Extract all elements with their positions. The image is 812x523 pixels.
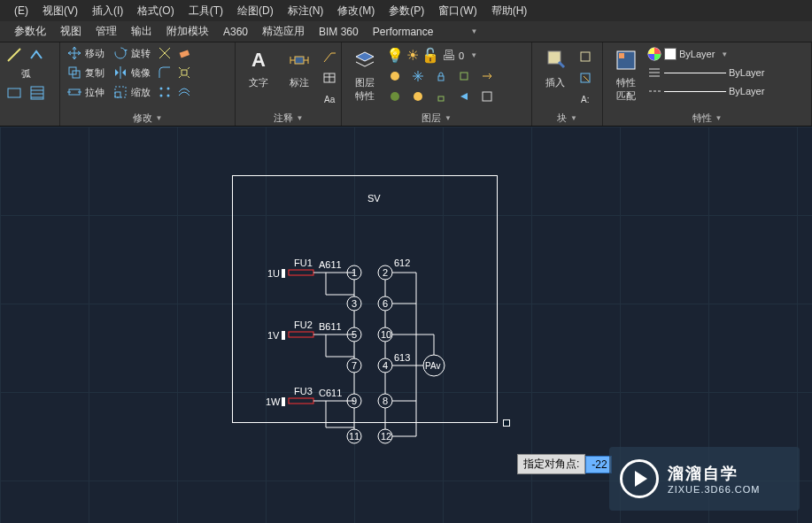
- menu-item[interactable]: 标注(N): [281, 4, 331, 19]
- tab[interactable]: 附加模块: [159, 24, 216, 39]
- polyline-icon[interactable]: [27, 44, 48, 65]
- play-icon: [620, 459, 659, 498]
- prompt-input[interactable]: -22: [585, 456, 612, 473]
- offset-icon[interactable]: [175, 83, 193, 101]
- text-button[interactable]: A 文字: [239, 44, 278, 91]
- properties-button[interactable]: 特性匹配: [607, 44, 646, 104]
- trim-icon[interactable]: [156, 44, 174, 62]
- chevron-down-icon[interactable]: ▼: [445, 114, 452, 122]
- layer-match-icon[interactable]: [478, 67, 496, 85]
- layer-unlock-icon[interactable]: [432, 88, 450, 105]
- panel-title: 图层: [421, 112, 441, 125]
- svg-rect-4: [180, 50, 189, 58]
- svg-text:FU2: FU2: [294, 319, 313, 330]
- explode-icon[interactable]: [175, 64, 193, 81]
- dimension-button[interactable]: 标注: [280, 44, 319, 91]
- tab[interactable]: Performance: [366, 26, 441, 38]
- linetype-dropdown[interactable]: ByLayer: [647, 83, 764, 99]
- mtext-icon[interactable]: Aa: [321, 90, 338, 108]
- move-button[interactable]: 移动: [64, 46, 108, 60]
- lineweight-dropdown[interactable]: ByLayer: [647, 65, 764, 81]
- menu-item[interactable]: 绘图(D): [230, 4, 281, 19]
- svg-text:B611: B611: [319, 321, 342, 332]
- chevron-down-icon[interactable]: ▼: [463, 27, 484, 35]
- chevron-down-icon[interactable]: ▼: [156, 114, 163, 122]
- command-prompt: 指定对角点: -22: [517, 454, 612, 474]
- chevron-down-icon[interactable]: ▼: [297, 114, 304, 122]
- svg-rect-24: [483, 92, 491, 101]
- layer-thaw-icon[interactable]: [409, 88, 427, 105]
- color-swatch: [664, 48, 677, 60]
- svg-text:2: 2: [383, 267, 388, 278]
- layer-lock-icon[interactable]: [432, 67, 450, 85]
- tab[interactable]: 精选应用: [255, 24, 312, 39]
- layer-on-icon[interactable]: [386, 88, 404, 105]
- svg-text:612: 612: [394, 258, 410, 268]
- insert-block-button[interactable]: 插入: [536, 44, 575, 91]
- svg-rect-7: [182, 70, 187, 75]
- svg-rect-41: [289, 332, 313, 337]
- svg-text:11: 11: [349, 431, 360, 442]
- tab[interactable]: 管理: [89, 24, 124, 39]
- layer-freeze-icon[interactable]: [409, 67, 427, 85]
- svg-point-14: [167, 95, 170, 97]
- menu-item[interactable]: 工具(T): [182, 4, 230, 19]
- leader-icon[interactable]: [321, 48, 338, 65]
- svg-rect-35: [289, 270, 313, 275]
- plot-icon: 🖶: [442, 48, 456, 64]
- mirror-button[interactable]: 镜像: [110, 65, 154, 80]
- svg-point-11: [160, 88, 163, 90]
- arc-label[interactable]: 弧: [18, 67, 35, 81]
- line-icon[interactable]: [4, 44, 25, 65]
- menu-item[interactable]: 帮助(H): [484, 4, 535, 19]
- menu-item[interactable]: 窗口(W): [431, 4, 483, 19]
- tab[interactable]: 输出: [124, 24, 159, 39]
- watermark-url: ZIXUE.3D66.COM: [668, 484, 760, 495]
- layer-state-icon[interactable]: [478, 88, 496, 105]
- menu-item[interactable]: 修改(M): [330, 4, 382, 19]
- svg-text:7: 7: [352, 360, 357, 371]
- menu-item[interactable]: (E): [7, 4, 35, 17]
- svg-rect-20: [460, 73, 468, 80]
- edit-block-icon[interactable]: [576, 69, 594, 87]
- svg-text:613: 613: [394, 352, 410, 363]
- erase-icon[interactable]: [175, 44, 193, 62]
- chevron-down-icon[interactable]: ▼: [570, 114, 577, 122]
- fillet-icon[interactable]: [156, 64, 174, 81]
- svg-point-13: [160, 95, 163, 97]
- menu-item[interactable]: 插入(I): [85, 4, 130, 19]
- svg-rect-26: [581, 52, 590, 61]
- panel-block: 插入 A: 块▼: [532, 42, 603, 126]
- attr-icon[interactable]: A:: [576, 90, 594, 108]
- create-block-icon[interactable]: [576, 48, 594, 65]
- tab[interactable]: A360: [216, 26, 255, 38]
- menu-item[interactable]: 视图(V): [35, 4, 85, 19]
- table-icon[interactable]: [321, 69, 338, 87]
- panel-title: 块: [557, 112, 567, 125]
- layer-dropdown[interactable]: 💡 ☀ 🔓 🖶 0 ▼: [386, 46, 477, 65]
- array-icon[interactable]: [156, 83, 174, 101]
- svg-text:10: 10: [381, 329, 391, 340]
- layer-properties-button[interactable]: 图层 特性: [345, 44, 384, 104]
- tab-overflow-icon[interactable]: [445, 26, 460, 38]
- tab[interactable]: 参数化: [7, 24, 53, 39]
- hatch-icon[interactable]: [27, 82, 48, 104]
- panel-draw: 弧: [0, 42, 60, 126]
- copy-button[interactable]: 复制: [64, 65, 108, 80]
- rect-icon[interactable]: [4, 82, 25, 104]
- menu-item[interactable]: 参数(P): [382, 4, 431, 19]
- tab[interactable]: 视图: [53, 24, 89, 39]
- tab[interactable]: BIM 360: [312, 26, 366, 38]
- svg-point-3: [115, 48, 126, 58]
- svg-text:C611: C611: [319, 388, 342, 398]
- scale-button[interactable]: 缩放: [110, 85, 154, 99]
- chevron-down-icon[interactable]: ▼: [715, 114, 723, 122]
- drawing-canvas[interactable]: SV 1U FU1 A611 1V FU2 B611 1W FU3 C611: [0, 127, 812, 523]
- stretch-button[interactable]: 拉伸: [64, 85, 108, 99]
- layer-iso-icon[interactable]: [455, 67, 473, 85]
- menu-item[interactable]: 格式(O): [130, 4, 181, 19]
- color-dropdown[interactable]: ByLayer ▼: [647, 46, 728, 62]
- layer-off-icon[interactable]: [386, 67, 404, 85]
- rotate-button[interactable]: 旋转: [110, 46, 154, 60]
- layer-prev-icon[interactable]: [455, 88, 473, 105]
